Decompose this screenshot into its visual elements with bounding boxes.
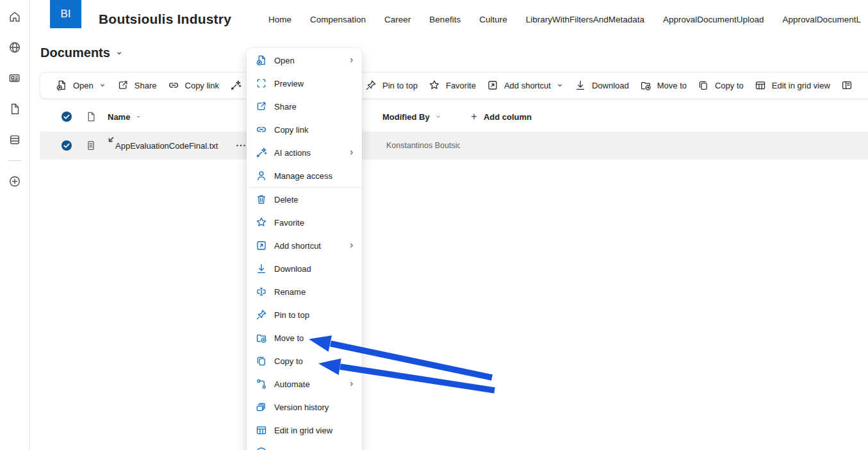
library-title[interactable]: Documents bbox=[40, 46, 123, 60]
globe-icon bbox=[8, 40, 22, 54]
menu-item-label: Preview bbox=[274, 79, 304, 88]
news-icon bbox=[8, 71, 22, 85]
news-nav-button[interactable] bbox=[8, 63, 22, 94]
add-column-button[interactable]: + Add column bbox=[460, 110, 532, 123]
rename-icon bbox=[255, 285, 268, 298]
page-icon bbox=[85, 110, 97, 123]
files-nav-button[interactable] bbox=[8, 94, 22, 124]
menu-item-copy-to[interactable]: Copy to bbox=[247, 349, 362, 372]
menu-item-preview[interactable]: Preview bbox=[247, 72, 362, 95]
site-title[interactable]: Boutsioulis Industry bbox=[99, 12, 231, 27]
nav-item-compensation[interactable]: Compensation bbox=[310, 15, 366, 24]
chevron-right-icon bbox=[348, 56, 356, 64]
menu-item-label: Version history bbox=[274, 403, 329, 412]
menu-item-add-shortcut[interactable]: Add shortcut bbox=[247, 234, 362, 257]
chevron-right-icon bbox=[348, 242, 356, 249]
toolbar-download-button[interactable]: Download bbox=[574, 79, 629, 92]
menu-item-clipped[interactable] bbox=[247, 442, 362, 450]
lists-nav-button[interactable] bbox=[8, 124, 22, 155]
menu-item-label: AI actions bbox=[274, 148, 311, 158]
toolbar-label: Add shortcut bbox=[504, 81, 551, 90]
toolbar-favorite-button[interactable]: Favorite bbox=[428, 79, 476, 92]
menu-item-label: Share bbox=[274, 102, 297, 112]
menu-item-version-history[interactable]: Version history bbox=[247, 396, 362, 419]
menu-item-label: Move to bbox=[274, 333, 304, 343]
list-header-row: Name Modified By + Add column bbox=[40, 105, 868, 128]
toolbar-clipped-button[interactable] bbox=[840, 79, 853, 92]
download-icon bbox=[574, 79, 587, 92]
toolbar-open-button[interactable]: Open bbox=[55, 79, 106, 92]
menu-item-label: Automate bbox=[274, 379, 310, 389]
menu-item-automate[interactable]: Automate bbox=[247, 372, 362, 396]
ai-sparkle-icon bbox=[255, 146, 268, 159]
home-icon bbox=[8, 10, 22, 24]
toolbar-pin-to-top-button[interactable]: Pin to top bbox=[364, 79, 418, 92]
select-all-checkbox[interactable] bbox=[54, 110, 79, 123]
toolbar-move-to-button[interactable]: Move to bbox=[639, 79, 687, 92]
move-to-icon bbox=[639, 79, 652, 92]
chevron-right-icon bbox=[348, 149, 356, 156]
menu-item-copy-link[interactable]: Copy link bbox=[247, 118, 362, 141]
file-type-column-header[interactable] bbox=[79, 110, 102, 123]
row-checkbox[interactable] bbox=[54, 139, 79, 152]
toolbar-edit-in-grid-view-button[interactable]: Edit in grid view bbox=[754, 79, 830, 92]
menu-item-delete[interactable]: Delete bbox=[247, 188, 362, 211]
context-menu: Open Preview Share Copy link AI actions … bbox=[247, 48, 362, 450]
pin-icon bbox=[255, 308, 268, 321]
pin-icon bbox=[364, 79, 377, 92]
chevron-down-icon bbox=[435, 113, 441, 120]
app-bar bbox=[0, 0, 30, 450]
document-icon bbox=[8, 102, 22, 116]
toolbar-label: Share bbox=[135, 81, 157, 90]
site-nav: Home Compensation Career Benefits Cultur… bbox=[268, 15, 861, 24]
nav-item-library-with-filters[interactable]: LibraryWithFiltersAndMetadata bbox=[526, 15, 644, 24]
chevron-down-icon bbox=[99, 81, 106, 89]
more-actions-icon[interactable] bbox=[234, 139, 247, 152]
add-shortcut-icon bbox=[486, 79, 499, 92]
new-item-badge-icon bbox=[108, 137, 114, 143]
menu-item-share[interactable]: Share bbox=[247, 95, 362, 118]
menu-item-favorite[interactable]: Favorite bbox=[247, 211, 362, 234]
add-column-label: Add column bbox=[484, 112, 532, 122]
toolbar-share-button[interactable]: Share bbox=[117, 79, 157, 92]
toolbar-add-shortcut-button[interactable]: Add shortcut bbox=[486, 79, 564, 92]
toolbar-copy-to-button[interactable]: Copy to bbox=[697, 79, 744, 92]
table-row[interactable]: AppEvaluationCodeFinal.txt Konstantinos … bbox=[40, 131, 868, 160]
menu-item-open[interactable]: Open bbox=[247, 49, 362, 72]
command-bar-right-group: Pin to top Favorite Add shortcut Downloa… bbox=[364, 72, 853, 98]
toolbar-copy-link-button[interactable]: Copy link bbox=[167, 79, 219, 92]
column-label: Name bbox=[108, 112, 130, 122]
modified-by-column-header[interactable]: Modified By bbox=[357, 112, 460, 122]
file-name[interactable]: AppEvaluationCodeFinal.txt bbox=[115, 141, 218, 151]
circle-icon bbox=[255, 447, 268, 450]
person-icon bbox=[255, 169, 268, 182]
nav-item-culture[interactable]: Culture bbox=[479, 15, 507, 24]
move-to-icon bbox=[255, 331, 268, 344]
menu-item-rename[interactable]: Rename bbox=[247, 280, 362, 303]
menu-item-manage-access[interactable]: Manage access bbox=[247, 164, 362, 187]
menu-item-label: Delete bbox=[274, 195, 299, 204]
menu-item-move-to[interactable]: Move to bbox=[247, 326, 362, 349]
create-nav-button[interactable] bbox=[8, 166, 22, 197]
nav-item-benefits[interactable]: Benefits bbox=[429, 15, 461, 24]
copy-link-icon bbox=[167, 79, 180, 92]
automate-icon bbox=[255, 378, 268, 390]
menu-item-edit-in-grid-view[interactable]: Edit in grid view bbox=[247, 419, 362, 442]
menu-item-ai-actions[interactable]: AI actions bbox=[247, 141, 362, 164]
plus-icon: + bbox=[471, 110, 477, 123]
home-nav-button[interactable] bbox=[8, 1, 22, 32]
menu-item-label: Copy to bbox=[274, 356, 303, 366]
appbar-divider bbox=[8, 160, 22, 161]
grid-icon bbox=[754, 79, 767, 92]
my-sites-nav-button[interactable] bbox=[8, 32, 22, 63]
nav-item-approval-document-clipped[interactable]: ApprovalDocumentL bbox=[783, 15, 861, 24]
menu-item-download[interactable]: Download bbox=[247, 257, 362, 280]
nav-item-approval-document-upload[interactable]: ApprovalDocumentUpload bbox=[663, 15, 764, 24]
open-file-icon bbox=[255, 54, 268, 67]
site-logo[interactable]: BI bbox=[50, 0, 81, 28]
nav-item-home[interactable]: Home bbox=[268, 15, 291, 24]
menu-item-pin-to-top[interactable]: Pin to top bbox=[247, 303, 362, 326]
nav-item-career[interactable]: Career bbox=[384, 15, 411, 24]
menu-item-label: Manage access bbox=[274, 171, 332, 181]
library-title-label: Documents bbox=[40, 46, 110, 60]
